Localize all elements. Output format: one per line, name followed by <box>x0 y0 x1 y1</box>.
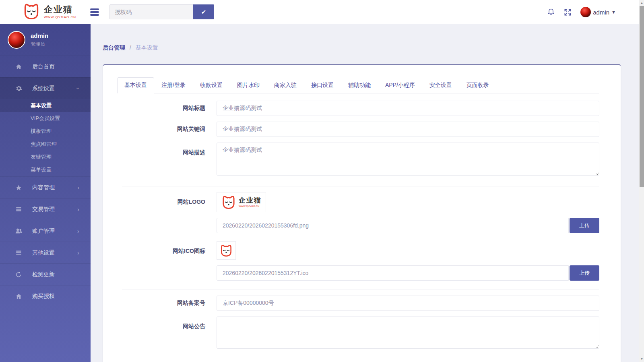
divider <box>122 290 599 290</box>
sidebar-subitem-banner-management[interactable]: 焦点图管理 <box>0 138 91 151</box>
site-keywords-label: 网站关键词 <box>117 126 217 133</box>
scroll-down-arrow[interactable]: ▼ <box>639 356 644 362</box>
tab-api-settings[interactable]: 接口设置 <box>304 77 341 93</box>
sidebar-item-check-update[interactable]: 检测更新 <box>0 263 91 285</box>
icp-input[interactable] <box>217 296 599 311</box>
chevron-right-icon: › <box>77 206 79 213</box>
site-ico-label: 网站ICO图标 <box>117 241 217 255</box>
site-description-label: 网站描述 <box>117 143 217 156</box>
sidebar-subitem-friendlink-management[interactable]: 友链管理 <box>0 151 91 163</box>
ico-upload-button[interactable]: 上传 <box>570 265 599 281</box>
cat-logo-icon <box>221 195 236 209</box>
settings-card: 基本设置 注册/登录 收款设置 图片水印 商家入驻 接口设置 辅助功能 APP/… <box>103 64 621 362</box>
brand-title: 企业猫 <box>44 5 76 14</box>
icp-label: 网站备案号 <box>117 300 217 307</box>
divider <box>122 186 599 186</box>
sidebar-subitem-vip-settings[interactable]: VIP会员设置 <box>0 112 91 125</box>
sidebar-user-name: admin <box>31 32 48 39</box>
tab-app-miniprogram[interactable]: APP/小程序 <box>378 77 422 93</box>
gear-icon <box>15 85 23 92</box>
notice-label: 网站公告 <box>117 316 217 330</box>
sidebar-item-content-management[interactable]: 内容管理 › <box>0 176 91 198</box>
breadcrumb-parent[interactable]: 后台管理 <box>103 44 125 51</box>
sidebar-subitem-template-management[interactable]: 模板管理 <box>0 125 91 138</box>
breadcrumb-current: 基本设置 <box>136 44 158 51</box>
star-icon <box>15 184 23 191</box>
logo-preview-title: 企业猫 <box>239 197 262 204</box>
chevron-down-icon: › <box>75 87 82 89</box>
breadcrumb-separator: / <box>130 44 131 51</box>
sidebar-item-buy-license[interactable]: 购买授权 <box>0 285 91 307</box>
settings-tabs: 基本设置 注册/登录 收款设置 图片水印 商家入驻 接口设置 辅助功能 APP/… <box>117 77 599 93</box>
sidebar-subitem-basic-settings[interactable]: 基本设置 <box>0 99 91 112</box>
site-title-label: 网站标题 <box>117 105 217 112</box>
chevron-right-icon: › <box>77 184 79 191</box>
basic-settings-form: 网站标题 网站关键词 网站描述 企业猫源码测试 网站LOGO <box>117 101 599 350</box>
system-settings-submenu: 基本设置 VIP会员设置 模板管理 焦点图管理 友链管理 菜单设置 <box>0 99 91 176</box>
top-header: 企业猫 WWW.QYMAO.CN ✔ admin ▼ <box>0 0 644 24</box>
main-content: 后台管理 / 基本设置 基本设置 注册/登录 收款设置 图片水印 商家入驻 接口… <box>91 24 644 362</box>
home-icon <box>15 293 23 300</box>
sidebar-user-card: admin 管理员 <box>0 24 91 56</box>
user-name: admin <box>593 9 609 16</box>
chevron-down-icon: ▼ <box>611 10 616 14</box>
tab-register-login[interactable]: 注册/登录 <box>154 77 193 93</box>
users-icon <box>15 228 23 234</box>
site-description-textarea[interactable]: 企业猫源码测试 <box>217 143 599 176</box>
site-logo-path-input[interactable] <box>217 218 569 233</box>
notifications-bell-icon[interactable] <box>547 8 555 17</box>
site-ico-preview <box>217 241 236 260</box>
tab-security-settings[interactable]: 安全设置 <box>422 77 459 93</box>
site-keywords-input[interactable] <box>217 122 599 137</box>
brand-subtitle: WWW.QYMAO.CN <box>44 16 76 19</box>
site-title-input[interactable] <box>217 101 599 116</box>
user-menu[interactable]: admin ▼ <box>580 7 616 17</box>
sidebar-item-account-management[interactable]: 账户管理 › <box>0 220 91 242</box>
tab-payment-settings[interactable]: 收款设置 <box>193 77 230 93</box>
breadcrumb: 后台管理 / 基本设置 <box>103 44 644 52</box>
scroll-up-arrow[interactable]: ▲ <box>639 0 644 6</box>
chevron-right-icon: › <box>77 228 79 234</box>
tab-merchant-entry[interactable]: 商家入驻 <box>267 77 304 93</box>
auth-code-input[interactable] <box>109 4 193 19</box>
tab-auxiliary-functions[interactable]: 辅助功能 <box>341 77 378 93</box>
notice-textarea[interactable] <box>217 316 599 349</box>
tab-basic-settings[interactable]: 基本设置 <box>117 77 154 93</box>
site-logo-preview: 企业猫 WWW.QYMAO.CN <box>217 192 266 212</box>
auth-code-group: ✔ <box>109 4 214 19</box>
sidebar-item-trade-management[interactable]: 交易管理 › <box>0 198 91 220</box>
sidebar-item-system-settings[interactable]: 系统设置 › <box>0 77 91 99</box>
check-icon: ✔ <box>201 8 206 15</box>
tab-page-indexing[interactable]: 页面收录 <box>459 77 496 93</box>
browser-scrollbar[interactable]: ▲ ▼ <box>639 0 644 362</box>
sidebar-user-role: 管理员 <box>31 41 48 48</box>
sidebar: admin 管理员 后台首页 系统设置 › 基本设置 VIP会员设置 模板管理 … <box>0 24 91 362</box>
sidebar-subitem-menu-settings[interactable]: 菜单设置 <box>0 163 91 176</box>
refresh-icon <box>15 271 23 278</box>
fullscreen-icon[interactable] <box>564 8 572 16</box>
cat-logo-icon <box>22 3 41 21</box>
sidebar-avatar[interactable] <box>8 31 25 49</box>
chevron-right-icon: › <box>77 249 79 256</box>
logo-upload-button[interactable]: 上传 <box>570 218 599 233</box>
tab-image-watermark[interactable]: 图片水印 <box>230 77 267 93</box>
app-logo[interactable]: 企业猫 WWW.QYMAO.CN <box>22 3 76 21</box>
sidebar-toggle-icon[interactable] <box>90 8 99 17</box>
list-icon <box>15 250 23 256</box>
user-avatar <box>580 7 591 17</box>
list-icon <box>15 206 23 212</box>
home-icon <box>15 64 23 70</box>
site-logo-label: 网站LOGO <box>117 199 217 206</box>
sidebar-item-other-settings[interactable]: 其他设置 › <box>0 242 91 263</box>
sidebar-item-dashboard[interactable]: 后台首页 <box>0 56 91 77</box>
logo-preview-subtitle: WWW.QYMAO.CN <box>239 205 262 207</box>
scrollbar-thumb[interactable] <box>640 6 644 187</box>
site-ico-path-input[interactable] <box>217 265 569 281</box>
auth-submit-button[interactable]: ✔ <box>193 4 214 19</box>
cat-ico-icon <box>219 244 233 257</box>
